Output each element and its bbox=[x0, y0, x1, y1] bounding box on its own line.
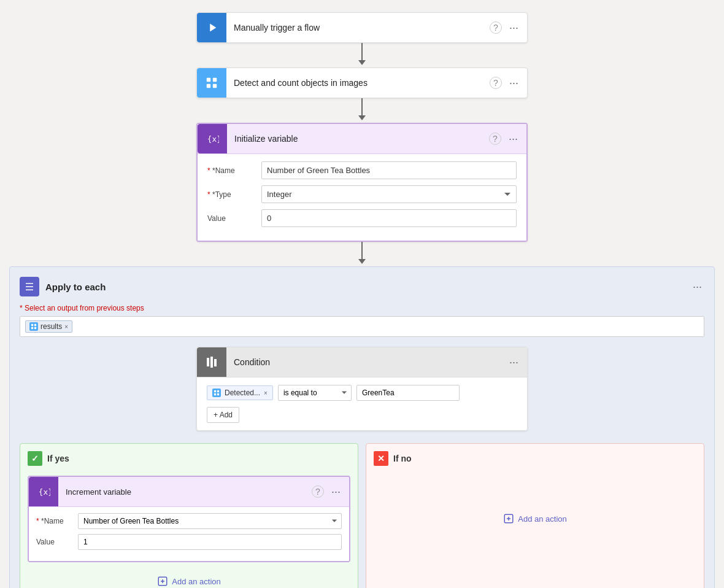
trigger-help-button[interactable]: ? bbox=[490, 21, 502, 34]
trigger-more-button[interactable]: ··· bbox=[507, 20, 521, 36]
condition-operator-select[interactable]: is equal to is not equal to is greater t… bbox=[278, 385, 352, 401]
svg-rect-5 bbox=[31, 324, 33, 326]
condition-icon bbox=[197, 347, 226, 377]
svg-text:{x}: {x} bbox=[207, 134, 219, 144]
increment-title: Increment variable bbox=[58, 479, 312, 505]
detect-title: Detect and count objects in images bbox=[226, 69, 490, 96]
type-select[interactable]: Integer String Boolean Float Array Objec… bbox=[261, 185, 517, 203]
condition-row: Detected... × is equal to is not equal t… bbox=[207, 385, 517, 401]
token-label: results bbox=[40, 322, 62, 331]
increment-body: *Name Number of Green Tea Bottles Value bbox=[29, 507, 349, 561]
init-var-header: {x} Initialize variable ? ··· bbox=[198, 124, 526, 154]
if-no-add-action-area: Add an action bbox=[374, 476, 696, 562]
x-icon: ✕ bbox=[374, 451, 388, 466]
name-row: *Name bbox=[207, 161, 517, 179]
name-label: *Name bbox=[207, 166, 256, 175]
init-var-title: Initialize variable bbox=[227, 125, 489, 152]
if-no-add-action-label: Add an action bbox=[518, 514, 567, 524]
condition-token[interactable]: Detected... × bbox=[207, 385, 273, 400]
apply-each-header: Apply to each ··· bbox=[20, 277, 704, 296]
trigger-icon bbox=[197, 13, 226, 42]
svg-rect-0 bbox=[207, 78, 210, 82]
results-token: results × bbox=[25, 320, 72, 333]
increment-header: {x} Increment variable ? ··· bbox=[29, 477, 349, 507]
increment-value-input[interactable] bbox=[78, 534, 342, 550]
apply-each-more-button[interactable]: ··· bbox=[690, 279, 704, 295]
branches-container: ✓ If yes {x} Increment variable bbox=[20, 443, 704, 588]
apply-each-title: Apply to each bbox=[45, 282, 684, 292]
add-condition-row: + Add bbox=[207, 407, 517, 423]
if-yes-header: ✓ If yes bbox=[28, 451, 350, 466]
condition-value-input[interactable] bbox=[356, 385, 460, 401]
increment-name-row: *Name Number of Green Tea Bottles bbox=[36, 513, 342, 529]
init-var-body: *Name *Type Integer String Boolean Float… bbox=[198, 154, 526, 241]
init-var-help-button[interactable]: ? bbox=[489, 133, 501, 145]
init-var-actions: ? ··· bbox=[489, 131, 526, 147]
connector-1 bbox=[358, 43, 366, 68]
connector-2 bbox=[358, 98, 366, 123]
checkmark-icon: ✓ bbox=[28, 451, 42, 466]
trigger-title: Manually trigger a flow bbox=[226, 14, 490, 41]
increment-icon: {x} bbox=[29, 477, 58, 506]
increment-value-row: Value bbox=[36, 534, 342, 550]
token-close-button[interactable]: × bbox=[64, 323, 68, 330]
apply-each-icon bbox=[20, 277, 39, 296]
condition-header: Condition ··· bbox=[197, 347, 527, 377]
detect-card: Detect and count objects in images ? ··· bbox=[196, 68, 528, 98]
condition-token-icon bbox=[212, 389, 221, 397]
svg-rect-9 bbox=[214, 390, 216, 392]
increment-name-select[interactable]: Number of Green Tea Bottles bbox=[78, 513, 342, 529]
svg-rect-2 bbox=[207, 84, 210, 88]
svg-rect-11 bbox=[214, 393, 216, 395]
select-output-label: * Select an output from previous steps bbox=[20, 304, 704, 312]
increment-card: {x} Increment variable ? ··· *Name bbox=[28, 476, 350, 562]
condition-title: Condition bbox=[226, 349, 507, 376]
condition-body: Detected... × is equal to is not equal t… bbox=[197, 377, 527, 430]
value-row: Value bbox=[207, 209, 517, 227]
increment-actions: ? ··· bbox=[312, 484, 349, 500]
value-input[interactable] bbox=[261, 209, 517, 227]
svg-rect-12 bbox=[217, 393, 219, 395]
init-var-icon: {x} bbox=[198, 124, 227, 153]
if-no-branch: ✕ If no Add an action bbox=[366, 443, 704, 588]
type-row: *Type Integer String Boolean Float Array… bbox=[207, 185, 517, 203]
type-label: *Type bbox=[207, 190, 256, 199]
value-label: Value bbox=[207, 214, 256, 223]
svg-rect-10 bbox=[217, 390, 219, 392]
init-var-more-button[interactable]: ··· bbox=[506, 131, 520, 147]
if-yes-add-action-label: Add an action bbox=[172, 577, 221, 586]
detect-icon bbox=[197, 68, 226, 98]
add-condition-button[interactable]: + Add bbox=[207, 407, 239, 423]
increment-help-button[interactable]: ? bbox=[312, 485, 324, 498]
increment-value-label: Value bbox=[36, 538, 73, 546]
add-action-icon bbox=[157, 576, 168, 587]
if-no-add-action-icon bbox=[503, 513, 514, 524]
svg-rect-1 bbox=[213, 78, 217, 82]
name-input[interactable] bbox=[261, 161, 517, 179]
if-yes-add-action-button[interactable]: Add an action bbox=[157, 572, 221, 588]
trigger-card: Manually trigger a flow ? ··· bbox=[196, 12, 528, 43]
select-output-field[interactable]: results × bbox=[20, 316, 704, 337]
increment-more-button[interactable]: ··· bbox=[329, 484, 343, 500]
if-no-header: ✕ If no bbox=[374, 451, 696, 466]
increment-name-label: *Name bbox=[36, 517, 73, 525]
detect-help-button[interactable]: ? bbox=[490, 77, 502, 89]
condition-more-button[interactable]: ··· bbox=[507, 355, 521, 370]
flow-canvas: Manually trigger a flow ? ··· Detect and… bbox=[0, 0, 724, 588]
detect-actions: ? ··· bbox=[490, 75, 527, 91]
condition-token-label: Detected... bbox=[225, 389, 260, 397]
if-no-add-action-button[interactable]: Add an action bbox=[503, 509, 567, 528]
if-no-label: If no bbox=[393, 454, 412, 463]
condition-token-close[interactable]: × bbox=[264, 390, 268, 397]
connector-3 bbox=[358, 242, 366, 266]
add-condition-label: + Add bbox=[214, 411, 233, 419]
apply-inner: Condition ··· bbox=[20, 347, 704, 588]
apply-each-container: Apply to each ··· * Select an output fro… bbox=[9, 266, 715, 588]
svg-rect-7 bbox=[31, 327, 33, 329]
condition-card: Condition ··· bbox=[196, 347, 528, 431]
if-yes-branch: ✓ If yes {x} Increment variable bbox=[20, 443, 358, 588]
detect-more-button[interactable]: ··· bbox=[507, 75, 521, 91]
token-icon bbox=[29, 322, 38, 331]
init-var-card: {x} Initialize variable ? ··· *Name *Typ… bbox=[196, 123, 528, 242]
svg-rect-3 bbox=[213, 84, 217, 88]
